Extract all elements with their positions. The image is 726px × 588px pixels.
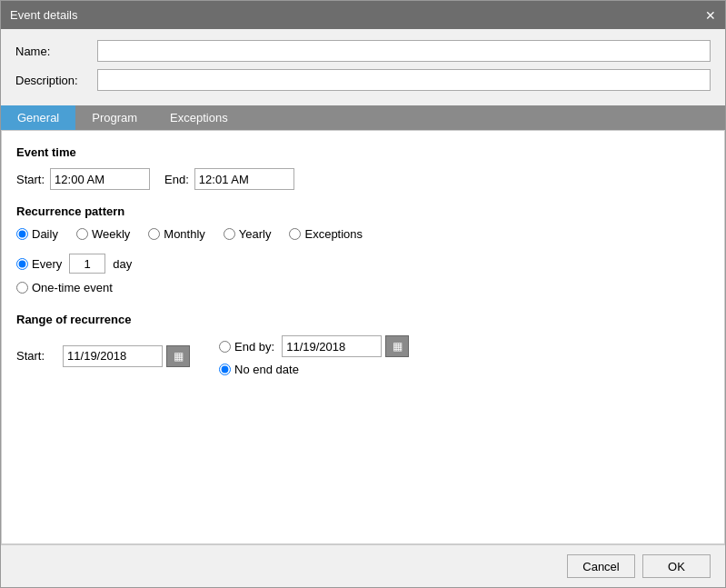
start-date-group: ▦ [63, 345, 190, 367]
event-time-section: Event time Start: End: [16, 145, 710, 190]
title-bar: Event details ✕ [1, 1, 725, 29]
range-title: Range of recurrence [16, 313, 710, 326]
radio-yearly[interactable]: Yearly [224, 227, 272, 241]
ok-button[interactable]: OK [642, 554, 711, 578]
day-label: day [113, 257, 132, 271]
radio-one-time[interactable]: One-time event [16, 281, 113, 294]
end-date-input[interactable] [282, 335, 382, 357]
end-options: End by: ▦ No end date [219, 335, 409, 376]
radio-monthly[interactable]: Monthly [148, 227, 205, 241]
radio-exceptions-label: Exceptions [304, 227, 363, 241]
recurrence-section: Recurrence pattern Daily Weekly Monthly … [16, 204, 710, 294]
every-input[interactable] [69, 254, 105, 274]
end-time-label: End: [164, 173, 189, 186]
name-input[interactable] [97, 40, 711, 62]
event-time-row: Start: End: [16, 168, 710, 190]
radio-every[interactable]: Every [16, 257, 62, 271]
name-row: Name: [15, 40, 711, 62]
range-section: Range of recurrence Start: ▦ End by: [16, 313, 710, 376]
tab-exceptions[interactable]: Exceptions [154, 105, 244, 130]
tab-program[interactable]: Program [75, 105, 154, 130]
one-time-label: One-time event [32, 281, 113, 294]
end-time-group: End: [164, 168, 294, 190]
dialog-title: Event details [10, 8, 77, 22]
radio-daily-label: Daily [32, 227, 58, 241]
start-calendar-button[interactable]: ▦ [166, 345, 190, 367]
radio-no-end[interactable]: No end date [219, 363, 299, 376]
start-date-input[interactable] [63, 345, 163, 367]
event-time-title: Event time [16, 145, 710, 159]
start-time-input[interactable] [50, 168, 150, 190]
recurrence-radio-row: Daily Weekly Monthly Yearly Exceptions [16, 227, 710, 241]
event-details-dialog: Event details ✕ Name: Description: Gener… [0, 0, 726, 588]
radio-weekly[interactable]: Weekly [76, 227, 130, 241]
calendar-icon: ▦ [174, 350, 184, 363]
radio-exceptions[interactable]: Exceptions [289, 227, 363, 241]
footer: Cancel OK [1, 544, 725, 587]
radio-yearly-label: Yearly [239, 227, 272, 241]
no-end-row: No end date [219, 363, 409, 376]
name-label: Name: [15, 45, 97, 58]
range-row: Start: ▦ End by: [16, 335, 710, 376]
end-time-input[interactable] [194, 168, 294, 190]
tab-general[interactable]: General [1, 105, 75, 130]
no-end-label: No end date [234, 363, 299, 376]
start-time-group: Start: [16, 168, 150, 190]
form-area: Name: Description: [1, 29, 725, 105]
description-label: Description: [15, 74, 97, 87]
every-row: Every day [16, 254, 710, 274]
end-date-group: ▦ [282, 335, 409, 357]
description-input[interactable] [97, 69, 711, 91]
description-row: Description: [15, 69, 711, 91]
one-time-row: One-time event [16, 281, 710, 294]
radio-weekly-label: Weekly [92, 227, 130, 241]
end-by-label: End by: [234, 340, 274, 354]
range-start-label: Start: [16, 349, 45, 363]
start-time-label: Start: [16, 173, 45, 186]
end-calendar-icon: ▦ [393, 340, 403, 353]
end-calendar-button[interactable]: ▦ [385, 335, 409, 357]
content-area: Event time Start: End: Recurrence patter… [1, 130, 725, 544]
radio-monthly-label: Monthly [164, 227, 205, 241]
every-label: Every [32, 257, 62, 271]
radio-end-by[interactable]: End by: [219, 340, 274, 354]
recurrence-title: Recurrence pattern [16, 204, 710, 218]
tabs-bar: General Program Exceptions [1, 105, 725, 130]
end-by-row: End by: ▦ [219, 335, 409, 357]
cancel-button[interactable]: Cancel [567, 554, 635, 578]
close-icon[interactable]: ✕ [705, 9, 716, 22]
radio-daily[interactable]: Daily [16, 227, 58, 241]
